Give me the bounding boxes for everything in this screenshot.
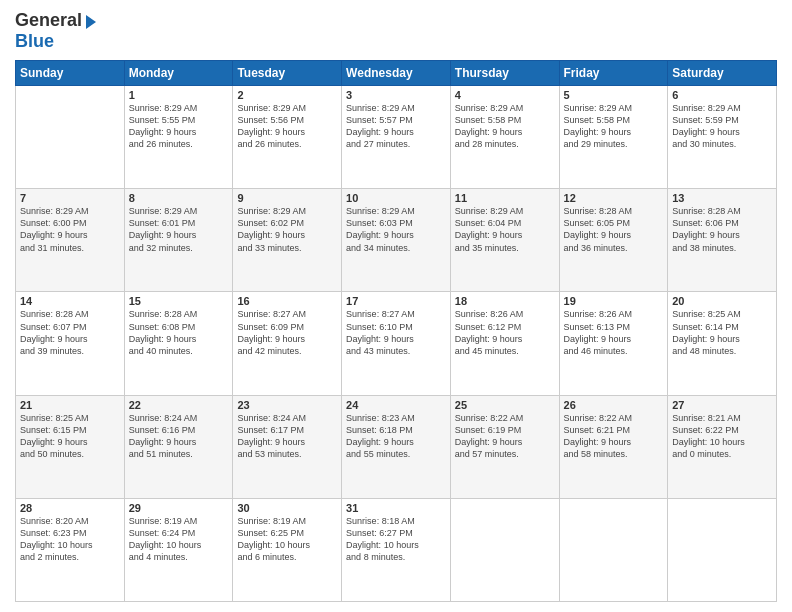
col-header-sunday: Sunday: [16, 61, 125, 86]
day-info: Sunrise: 8:19 AMSunset: 6:25 PMDaylight:…: [237, 515, 337, 564]
day-cell: 5Sunrise: 8:29 AMSunset: 5:58 PMDaylight…: [559, 86, 668, 189]
day-cell: 24Sunrise: 8:23 AMSunset: 6:18 PMDayligh…: [342, 395, 451, 498]
logo-arrow-icon: [86, 15, 96, 29]
col-header-monday: Monday: [124, 61, 233, 86]
day-cell: 6Sunrise: 8:29 AMSunset: 5:59 PMDaylight…: [668, 86, 777, 189]
day-info: Sunrise: 8:29 AMSunset: 5:58 PMDaylight:…: [455, 102, 555, 151]
day-cell: 28Sunrise: 8:20 AMSunset: 6:23 PMDayligh…: [16, 498, 125, 601]
day-cell: 27Sunrise: 8:21 AMSunset: 6:22 PMDayligh…: [668, 395, 777, 498]
logo-general-text: General: [15, 10, 82, 31]
day-number: 1: [129, 89, 229, 101]
week-row-4: 21Sunrise: 8:25 AMSunset: 6:15 PMDayligh…: [16, 395, 777, 498]
day-cell: 19Sunrise: 8:26 AMSunset: 6:13 PMDayligh…: [559, 292, 668, 395]
col-header-friday: Friday: [559, 61, 668, 86]
col-header-saturday: Saturday: [668, 61, 777, 86]
day-cell: 30Sunrise: 8:19 AMSunset: 6:25 PMDayligh…: [233, 498, 342, 601]
day-number: 27: [672, 399, 772, 411]
day-cell: 22Sunrise: 8:24 AMSunset: 6:16 PMDayligh…: [124, 395, 233, 498]
day-cell: 4Sunrise: 8:29 AMSunset: 5:58 PMDaylight…: [450, 86, 559, 189]
day-number: 6: [672, 89, 772, 101]
day-cell: [668, 498, 777, 601]
day-info: Sunrise: 8:25 AMSunset: 6:15 PMDaylight:…: [20, 412, 120, 461]
week-row-2: 7Sunrise: 8:29 AMSunset: 6:00 PMDaylight…: [16, 189, 777, 292]
day-number: 14: [20, 295, 120, 307]
day-info: Sunrise: 8:29 AMSunset: 5:56 PMDaylight:…: [237, 102, 337, 151]
day-number: 2: [237, 89, 337, 101]
day-cell: 9Sunrise: 8:29 AMSunset: 6:02 PMDaylight…: [233, 189, 342, 292]
day-info: Sunrise: 8:27 AMSunset: 6:10 PMDaylight:…: [346, 308, 446, 357]
day-info: Sunrise: 8:24 AMSunset: 6:16 PMDaylight:…: [129, 412, 229, 461]
day-info: Sunrise: 8:21 AMSunset: 6:22 PMDaylight:…: [672, 412, 772, 461]
day-number: 24: [346, 399, 446, 411]
day-number: 13: [672, 192, 772, 204]
day-cell: 18Sunrise: 8:26 AMSunset: 6:12 PMDayligh…: [450, 292, 559, 395]
day-number: 21: [20, 399, 120, 411]
day-cell: 14Sunrise: 8:28 AMSunset: 6:07 PMDayligh…: [16, 292, 125, 395]
day-info: Sunrise: 8:29 AMSunset: 6:02 PMDaylight:…: [237, 205, 337, 254]
logo: General Blue: [15, 10, 96, 52]
day-cell: 8Sunrise: 8:29 AMSunset: 6:01 PMDaylight…: [124, 189, 233, 292]
day-number: 12: [564, 192, 664, 204]
week-row-3: 14Sunrise: 8:28 AMSunset: 6:07 PMDayligh…: [16, 292, 777, 395]
day-info: Sunrise: 8:29 AMSunset: 6:04 PMDaylight:…: [455, 205, 555, 254]
day-info: Sunrise: 8:19 AMSunset: 6:24 PMDaylight:…: [129, 515, 229, 564]
day-number: 16: [237, 295, 337, 307]
day-number: 20: [672, 295, 772, 307]
day-cell: 13Sunrise: 8:28 AMSunset: 6:06 PMDayligh…: [668, 189, 777, 292]
day-number: 7: [20, 192, 120, 204]
day-number: 22: [129, 399, 229, 411]
day-number: 4: [455, 89, 555, 101]
day-cell: [450, 498, 559, 601]
day-cell: [559, 498, 668, 601]
calendar-header-row: SundayMondayTuesdayWednesdayThursdayFrid…: [16, 61, 777, 86]
day-info: Sunrise: 8:18 AMSunset: 6:27 PMDaylight:…: [346, 515, 446, 564]
day-info: Sunrise: 8:29 AMSunset: 5:58 PMDaylight:…: [564, 102, 664, 151]
calendar: SundayMondayTuesdayWednesdayThursdayFrid…: [15, 60, 777, 602]
day-number: 9: [237, 192, 337, 204]
day-cell: 26Sunrise: 8:22 AMSunset: 6:21 PMDayligh…: [559, 395, 668, 498]
header: General Blue: [15, 10, 777, 52]
day-info: Sunrise: 8:29 AMSunset: 6:00 PMDaylight:…: [20, 205, 120, 254]
day-cell: 2Sunrise: 8:29 AMSunset: 5:56 PMDaylight…: [233, 86, 342, 189]
day-cell: 3Sunrise: 8:29 AMSunset: 5:57 PMDaylight…: [342, 86, 451, 189]
day-cell: 21Sunrise: 8:25 AMSunset: 6:15 PMDayligh…: [16, 395, 125, 498]
day-number: 3: [346, 89, 446, 101]
col-header-thursday: Thursday: [450, 61, 559, 86]
day-number: 5: [564, 89, 664, 101]
day-number: 11: [455, 192, 555, 204]
day-info: Sunrise: 8:27 AMSunset: 6:09 PMDaylight:…: [237, 308, 337, 357]
day-info: Sunrise: 8:26 AMSunset: 6:12 PMDaylight:…: [455, 308, 555, 357]
day-cell: 25Sunrise: 8:22 AMSunset: 6:19 PMDayligh…: [450, 395, 559, 498]
day-info: Sunrise: 8:22 AMSunset: 6:19 PMDaylight:…: [455, 412, 555, 461]
day-info: Sunrise: 8:29 AMSunset: 6:03 PMDaylight:…: [346, 205, 446, 254]
day-info: Sunrise: 8:22 AMSunset: 6:21 PMDaylight:…: [564, 412, 664, 461]
day-info: Sunrise: 8:28 AMSunset: 6:07 PMDaylight:…: [20, 308, 120, 357]
logo-blue-text: Blue: [15, 31, 54, 52]
day-info: Sunrise: 8:23 AMSunset: 6:18 PMDaylight:…: [346, 412, 446, 461]
day-info: Sunrise: 8:29 AMSunset: 5:55 PMDaylight:…: [129, 102, 229, 151]
day-number: 15: [129, 295, 229, 307]
day-number: 25: [455, 399, 555, 411]
day-cell: 10Sunrise: 8:29 AMSunset: 6:03 PMDayligh…: [342, 189, 451, 292]
day-info: Sunrise: 8:29 AMSunset: 6:01 PMDaylight:…: [129, 205, 229, 254]
day-number: 23: [237, 399, 337, 411]
day-number: 19: [564, 295, 664, 307]
day-info: Sunrise: 8:28 AMSunset: 6:06 PMDaylight:…: [672, 205, 772, 254]
day-number: 31: [346, 502, 446, 514]
week-row-5: 28Sunrise: 8:20 AMSunset: 6:23 PMDayligh…: [16, 498, 777, 601]
day-number: 26: [564, 399, 664, 411]
page: General Blue SundayMondayTuesdayWednesda…: [0, 0, 792, 612]
day-cell: [16, 86, 125, 189]
day-info: Sunrise: 8:25 AMSunset: 6:14 PMDaylight:…: [672, 308, 772, 357]
day-cell: 17Sunrise: 8:27 AMSunset: 6:10 PMDayligh…: [342, 292, 451, 395]
day-cell: 23Sunrise: 8:24 AMSunset: 6:17 PMDayligh…: [233, 395, 342, 498]
day-cell: 11Sunrise: 8:29 AMSunset: 6:04 PMDayligh…: [450, 189, 559, 292]
day-number: 18: [455, 295, 555, 307]
day-cell: 31Sunrise: 8:18 AMSunset: 6:27 PMDayligh…: [342, 498, 451, 601]
day-number: 17: [346, 295, 446, 307]
day-info: Sunrise: 8:28 AMSunset: 6:08 PMDaylight:…: [129, 308, 229, 357]
day-cell: 12Sunrise: 8:28 AMSunset: 6:05 PMDayligh…: [559, 189, 668, 292]
day-info: Sunrise: 8:26 AMSunset: 6:13 PMDaylight:…: [564, 308, 664, 357]
day-cell: 20Sunrise: 8:25 AMSunset: 6:14 PMDayligh…: [668, 292, 777, 395]
week-row-1: 1Sunrise: 8:29 AMSunset: 5:55 PMDaylight…: [16, 86, 777, 189]
